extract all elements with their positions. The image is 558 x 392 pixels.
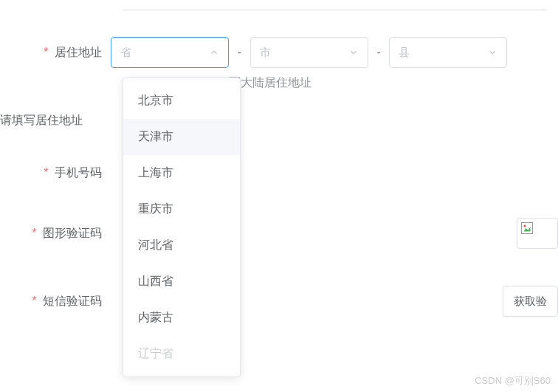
svg-rect-0 (522, 223, 533, 234)
dropdown-item[interactable]: 上海市 (123, 155, 240, 191)
sms-row: * 短信验证码 获取验 (0, 286, 558, 317)
chevron-down-icon (209, 47, 219, 58)
phone-label-text: 手机号码 (55, 166, 102, 179)
required-asterisk: * (32, 295, 36, 307)
dropdown-item[interactable]: 北京市 (123, 83, 240, 119)
province-select[interactable]: 省 (111, 37, 229, 68)
captcha-label: * 图形验证码 (0, 226, 111, 241)
dropdown-item[interactable]: 重庆市 (123, 191, 240, 227)
address-row: * 居住地址 省 - 市 - 县 (0, 37, 558, 68)
province-placeholder: 省 (120, 46, 209, 60)
address-full-row: 请填写居住地址 (0, 113, 558, 128)
required-asterisk: * (32, 227, 36, 239)
broken-image-icon (520, 221, 534, 235)
required-asterisk: * (44, 46, 48, 58)
separator-1: - (238, 47, 241, 58)
phone-label: * 手机号码 (0, 165, 111, 181)
dropdown-item[interactable]: 河北省 (123, 227, 240, 264)
address-full-label-text: 请填写居住地址 (0, 114, 83, 126)
captcha-row: * 图形验证码 (0, 218, 558, 249)
svg-marker-1 (524, 227, 531, 232)
dropdown-item[interactable]: 天津市 (123, 119, 240, 155)
svg-point-2 (524, 225, 526, 227)
county-select[interactable]: 县 (389, 37, 507, 68)
address-label-text: 居住地址 (55, 46, 102, 58)
chevron-down-icon (487, 47, 497, 58)
sms-label: * 短信验证码 (0, 294, 111, 309)
chevron-down-icon (348, 47, 359, 58)
city-placeholder: 市 (260, 46, 348, 60)
phone-row: * 手机号码 (0, 165, 558, 181)
get-sms-button[interactable]: 获取验 (503, 286, 558, 317)
address-full-label: 请填写居住地址 (0, 113, 111, 128)
city-select[interactable]: 市 (250, 37, 368, 68)
watermark: CSDN @可别S60 (475, 374, 551, 388)
address-hint: 写大陆居住地址 (229, 75, 558, 91)
province-dropdown: 北京市 天津市 上海市 重庆市 河北省 山西省 内蒙古 辽宁省 (123, 78, 241, 377)
dropdown-item[interactable]: 辽宁省 (123, 336, 240, 372)
dropdown-item[interactable]: 内蒙古 (123, 300, 240, 336)
required-asterisk: * (44, 166, 48, 179)
address-label: * 居住地址 (0, 45, 111, 61)
sms-label-text: 短信验证码 (43, 295, 102, 307)
captcha-image[interactable] (517, 218, 558, 249)
separator-2: - (377, 47, 381, 58)
dropdown-item[interactable]: 山西省 (123, 264, 240, 300)
top-input-border (123, 0, 547, 10)
captcha-label-text: 图形验证码 (43, 227, 102, 239)
dropdown-scroll[interactable]: 北京市 天津市 上海市 重庆市 河北省 山西省 内蒙古 辽宁省 (123, 83, 240, 372)
sms-button-label: 获取验 (514, 295, 547, 309)
county-placeholder: 县 (399, 46, 487, 60)
address-selects: 省 - 市 - 县 (111, 37, 539, 68)
